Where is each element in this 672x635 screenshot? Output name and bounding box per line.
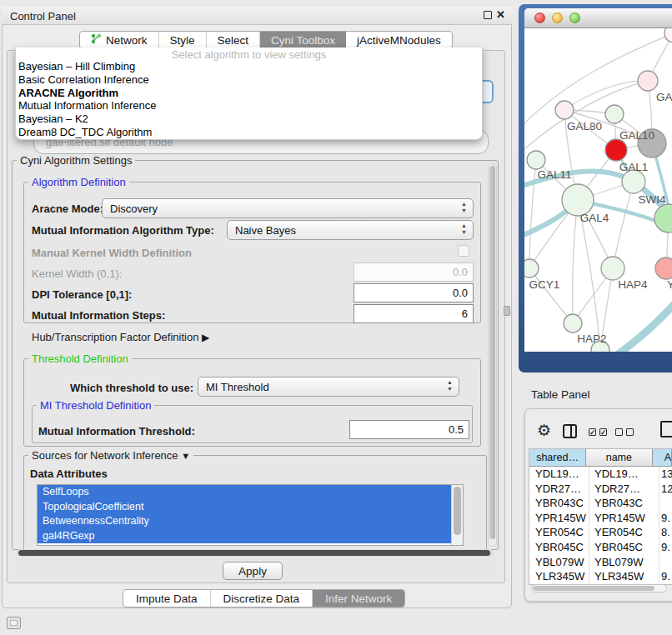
mi-type-label: Mutual Information Algorithm Type: bbox=[32, 224, 214, 237]
which-threshold-label: Which threshold to use: bbox=[70, 382, 193, 394]
mi-steps-field[interactable]: 6 bbox=[354, 304, 474, 323]
node-label: Y bbox=[667, 278, 672, 291]
algorithm-option[interactable]: Bayesian – K2 bbox=[16, 112, 482, 126]
close-icon[interactable]: ✕ bbox=[496, 8, 505, 21]
scrollbar-thumb[interactable] bbox=[533, 586, 654, 591]
algorithm-option[interactable]: Basic Correlation Inference bbox=[16, 73, 482, 87]
tab-select[interactable]: Select bbox=[207, 32, 261, 48]
kernel-width-field[interactable]: 0.0 bbox=[354, 262, 474, 282]
aracne-mode-label: Aracne Mode: bbox=[32, 202, 103, 215]
column-header[interactable]: A bbox=[653, 449, 672, 467]
combo-stepper-icon: ▲▼ bbox=[447, 379, 453, 392]
node-gal1[interactable] bbox=[605, 139, 627, 161]
node-unlabeled[interactable] bbox=[664, 28, 672, 42]
table-row[interactable]: YBL079WYBL079W bbox=[529, 555, 672, 570]
table-row[interactable]: YPR145WYPR145W9. bbox=[529, 511, 672, 526]
node-label: GAL10 bbox=[619, 129, 654, 142]
tab-infer-network[interactable]: Infer Network bbox=[313, 590, 404, 607]
network-view-window: GAL GAL80 GAL10 GAL1 GAL11 SWI4 GAL4 GCY… bbox=[519, 4, 672, 372]
list-item[interactable]: TopologicalCoefficient bbox=[38, 500, 452, 515]
network-canvas[interactable]: GAL GAL80 GAL10 GAL1 GAL11 SWI4 GAL4 GCY… bbox=[524, 28, 672, 352]
table-row[interactable]: YDR27…YDR27…12 bbox=[529, 482, 672, 497]
select-all-icon[interactable]: ✓ bbox=[589, 428, 596, 436]
scrollbar-thumb[interactable] bbox=[454, 487, 461, 535]
node-hap4[interactable] bbox=[601, 257, 624, 280]
tab-jactivemnodules[interactable]: jActiveMNodules bbox=[346, 32, 452, 48]
table-row[interactable]: YER054CYER054C8. bbox=[529, 525, 672, 540]
tab-impute-data[interactable]: Impute Data bbox=[123, 590, 211, 607]
table-horizontal-scrollbar[interactable] bbox=[531, 584, 667, 592]
settings-horizontal-scrollbar[interactable] bbox=[17, 549, 494, 557]
list-item[interactable]: SelfLoops bbox=[38, 485, 452, 500]
list-scrollbar[interactable] bbox=[451, 485, 463, 545]
table-row[interactable]: YDL19…YDL19…13 bbox=[529, 467, 672, 482]
column-header[interactable]: shared… bbox=[529, 449, 586, 467]
data-attributes-list: SelfLoops TopologicalCoefficient Between… bbox=[37, 484, 464, 546]
table-row[interactable]: YBR043CYBR043C bbox=[529, 496, 672, 511]
mi-threshold-group-title: MI Threshold Definition bbox=[37, 399, 154, 412]
node-label: GAL bbox=[656, 91, 672, 103]
node-gal-partial[interactable] bbox=[638, 71, 658, 91]
algorithm-option[interactable]: Dream8 DC_TDC Algorithm bbox=[16, 126, 482, 139]
node-label: HAP4 bbox=[618, 278, 648, 291]
node-gal10[interactable] bbox=[605, 105, 624, 123]
deselect-all-icon[interactable] bbox=[615, 428, 623, 436]
node-gcy1[interactable] bbox=[524, 259, 539, 278]
kernel-width-label: Kernel Width (0,1): bbox=[32, 268, 122, 280]
mi-type-combo[interactable]: Naive Bayes ▲▼ bbox=[227, 220, 474, 240]
table-row[interactable]: YLR345WYLR345W9. bbox=[529, 569, 672, 584]
aracne-mode-combo[interactable]: Discovery ▲▼ bbox=[102, 198, 474, 218]
select-all-icon[interactable]: ✓ bbox=[599, 428, 607, 436]
column-header[interactable]: name bbox=[586, 449, 653, 467]
gear-icon[interactable]: ⚙ bbox=[537, 421, 551, 440]
collapse-down-icon: ▼ bbox=[181, 451, 190, 461]
columns-icon[interactable] bbox=[563, 424, 577, 438]
sources-group-title[interactable]: Sources for Network Inference ▼ bbox=[28, 449, 193, 462]
zoom-traffic-icon[interactable] bbox=[569, 12, 580, 23]
list-item[interactable]: BetweennessCentrality bbox=[38, 514, 452, 529]
algorithm-option[interactable]: Mutual Information Inference bbox=[16, 99, 482, 112]
which-threshold-combo[interactable]: MI Threshold ▲▼ bbox=[198, 377, 459, 397]
scrollbar-thumb[interactable] bbox=[489, 166, 495, 539]
settings-vertical-scrollbar[interactable] bbox=[488, 163, 497, 547]
node-gal80[interactable] bbox=[555, 101, 574, 119]
tab-discretize-data[interactable]: Discretize Data bbox=[211, 590, 313, 607]
network-window-titlebar[interactable] bbox=[524, 8, 672, 28]
mi-threshold-field[interactable]: 0.5 bbox=[349, 420, 469, 439]
network-nodes[interactable] bbox=[524, 28, 672, 352]
node-swi4[interactable] bbox=[622, 170, 645, 193]
node-green-bright[interactable] bbox=[654, 204, 672, 232]
panel-divider-grip[interactable] bbox=[504, 306, 510, 316]
float-icon[interactable] bbox=[484, 11, 492, 19]
apply-button[interactable]: Apply bbox=[223, 562, 283, 580]
close-traffic-icon[interactable] bbox=[534, 12, 545, 23]
table-panel-title: Table Panel bbox=[531, 388, 590, 401]
node-label: GAL4 bbox=[580, 212, 609, 224]
dpi-tolerance-field[interactable]: 0.0 bbox=[354, 283, 474, 302]
scrollbar-thumb[interactable] bbox=[18, 550, 490, 556]
list-item[interactable]: gal4RGexp bbox=[38, 529, 452, 544]
tab-cyni-toolbox[interactable]: Cyni Toolbox bbox=[260, 32, 346, 48]
algorithm-option-selected[interactable]: ARACNE Algorithm bbox=[16, 87, 482, 100]
node-label: GCY1 bbox=[529, 278, 560, 291]
page-icon[interactable] bbox=[660, 421, 672, 438]
deselect-all-icon[interactable] bbox=[626, 428, 634, 436]
dpi-tolerance-label: DPI Tolerance [0,1]: bbox=[32, 288, 132, 301]
expand-right-icon: ▶ bbox=[202, 332, 209, 343]
manual-kernel-checkbox[interactable] bbox=[458, 245, 469, 257]
manual-kernel-label: Manual Kernel Width Definition bbox=[32, 247, 192, 259]
tab-network[interactable]: Network bbox=[80, 32, 159, 48]
restore-panel-button[interactable] bbox=[7, 617, 21, 629]
mi-threshold-label: Mutual Information Threshold: bbox=[38, 425, 195, 438]
mi-steps-label: Mutual Information Steps: bbox=[32, 309, 165, 322]
table-row[interactable]: YBR045CYBR045C9. bbox=[529, 540, 672, 555]
node-hap2[interactable] bbox=[564, 314, 582, 332]
node-salmon[interactable] bbox=[655, 258, 672, 279]
algorithm-dropdown-placeholder: Select algorithm to view settings bbox=[16, 48, 482, 60]
tab-style[interactable]: Style bbox=[159, 32, 207, 48]
algorithm-option[interactable]: Bayesian – Hill Climbing bbox=[16, 60, 482, 73]
hub-definition-toggle[interactable]: Hub/Transcription Factor Definition ▶ bbox=[32, 331, 209, 343]
minimize-traffic-icon[interactable] bbox=[552, 12, 563, 23]
node-gal11[interactable] bbox=[527, 151, 545, 169]
control-panel-title: Control Panel bbox=[10, 10, 76, 22]
